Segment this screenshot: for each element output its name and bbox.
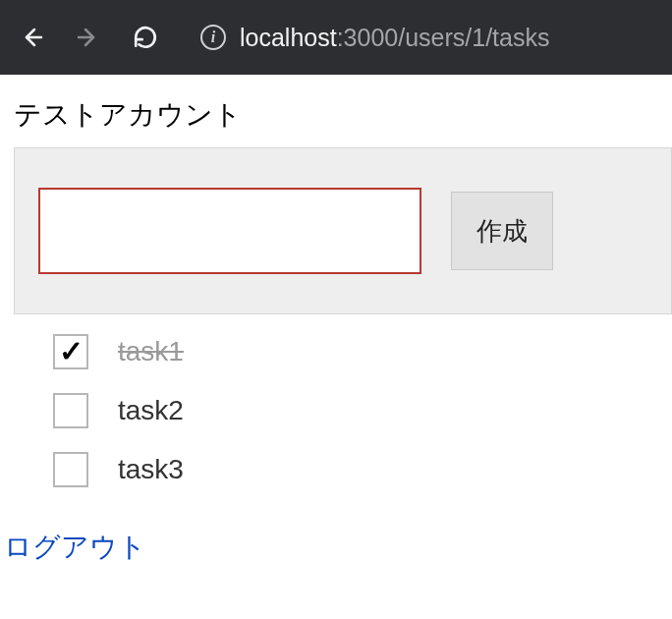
task-checkbox[interactable] bbox=[53, 393, 88, 428]
url-text: localhost:3000/users/1/tasks bbox=[240, 24, 549, 52]
task-label: task1 bbox=[118, 336, 184, 367]
back-button[interactable] bbox=[12, 18, 51, 57]
browser-toolbar: i localhost:3000/users/1/tasks bbox=[0, 0, 672, 75]
task-list: ✓task1task2task3 bbox=[53, 334, 672, 487]
task-item: task2 bbox=[53, 393, 672, 428]
task-item: task3 bbox=[53, 452, 672, 487]
info-icon[interactable]: i bbox=[200, 25, 226, 50]
create-button[interactable]: 作成 bbox=[451, 192, 553, 270]
url-host: localhost bbox=[240, 24, 337, 51]
task-checkbox[interactable] bbox=[53, 452, 88, 487]
task-form: 作成 bbox=[14, 147, 672, 314]
task-input[interactable] bbox=[38, 188, 421, 274]
url-bar[interactable]: i localhost:3000/users/1/tasks bbox=[200, 24, 549, 52]
task-label: task2 bbox=[118, 395, 184, 426]
page-content: テストアカウント 作成 ✓task1task2task3 ログアウト bbox=[0, 75, 672, 566]
account-name: テストアカウント bbox=[14, 96, 658, 134]
reload-button[interactable] bbox=[126, 18, 165, 57]
task-item: ✓task1 bbox=[53, 334, 672, 369]
task-label: task3 bbox=[118, 454, 184, 485]
url-path: :3000/users/1/tasks bbox=[337, 24, 550, 51]
task-checkbox[interactable]: ✓ bbox=[53, 334, 88, 369]
forward-button[interactable] bbox=[69, 18, 108, 57]
logout-link[interactable]: ログアウト bbox=[4, 529, 146, 566]
